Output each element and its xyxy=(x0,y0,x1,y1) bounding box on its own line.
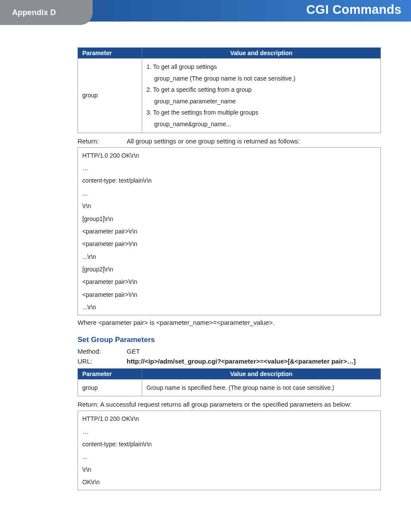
t2-header-param: Parameter xyxy=(78,368,142,379)
code-line: … xyxy=(82,426,376,438)
page-header: Appendix D CGI Commands xyxy=(0,0,411,22)
code-line: … xyxy=(82,162,376,174)
page-title: CGI Commands xyxy=(306,3,402,17)
method-row: Method: GET xyxy=(78,348,381,355)
code-line: content-type: text/plain\r\n xyxy=(82,438,376,451)
table-row: group 1. To get all group settings group… xyxy=(78,59,381,133)
parameter-table-1: Parameter Value and description group 1.… xyxy=(78,47,381,133)
url-label: URL: xyxy=(78,358,127,365)
code-line: ... xyxy=(82,187,376,200)
code-line: ...\r\n xyxy=(82,251,376,263)
parameter-table-2: Parameter Value and description group Gr… xyxy=(78,368,381,397)
response-code-2: HTTP/1.0 200 OK\r\n … content-type: text… xyxy=(78,411,381,490)
t1-value-cell: 1. To get all group settings group_name … xyxy=(142,59,381,133)
method-value: GET xyxy=(127,348,381,355)
return-note-2: Return: A successful request returns all… xyxy=(78,401,381,408)
return-row-1: Return: All group settings or one group … xyxy=(78,137,381,145)
t2-value-cell: Group name is specified here. (The group… xyxy=(142,379,381,396)
code-line: HTTP/1.0 200 OK\r\n xyxy=(82,149,376,162)
code-line: <parameter pair>\r\n xyxy=(82,225,376,238)
code-line: [group1]\r\n xyxy=(82,213,376,225)
appendix-tab: Appendix D xyxy=(0,0,93,25)
t1-v3: 3. To get the settings from multiple gro… xyxy=(146,109,258,116)
table-row: group Group name is specified here. (The… xyxy=(78,379,381,396)
response-code-1: HTTP/1.0 200 OK\r\n … content-type: text… xyxy=(78,147,381,315)
t1-header-param: Parameter xyxy=(78,48,142,59)
code-line: <parameter pair>\r\n xyxy=(82,238,376,250)
code-line: ... xyxy=(82,451,376,463)
code-line: <parameter pair>\r\n xyxy=(82,289,376,301)
parameter-pair-note: Where <parameter pair> is <parameter_nam… xyxy=(78,319,381,326)
t1-header-value: Value and description xyxy=(142,48,381,59)
code-line: OK\r\n xyxy=(82,476,376,488)
url-row: URL: http://<ip>/adm/set_group.cgi?<para… xyxy=(78,358,381,365)
t1-v2: 2. To get a specific setting from a grou… xyxy=(146,86,252,93)
return-text: All group settings or one group setting … xyxy=(127,137,381,145)
method-label: Method: xyxy=(78,348,127,355)
return-label: Return: xyxy=(78,137,127,145)
code-line: ...\r\n xyxy=(82,301,376,314)
code-line: \r\n xyxy=(82,200,376,212)
code-line: <parameter pair>\r\n xyxy=(82,276,376,288)
code-line: [group2]\r\n xyxy=(82,263,376,276)
section-set-group: Set Group Parameters xyxy=(78,336,381,344)
t2-header-value: Value and description xyxy=(142,368,381,379)
code-line: HTTP/1.0 200 OK\r\n xyxy=(82,413,376,425)
code-line: content-type: text/plain\r\n xyxy=(82,174,376,187)
t1-v1: 1. To get all group settings xyxy=(146,63,217,70)
url-value: http://<ip>/adm/set_group.cgi?<parameter… xyxy=(127,358,381,365)
t2-param-cell: group xyxy=(78,379,142,396)
t1-v1a: group_name (The group name is not case s… xyxy=(146,73,296,84)
t1-param-cell: group xyxy=(78,59,142,133)
t1-v3a: group_name&group_name... xyxy=(146,118,231,130)
code-line: \r\n xyxy=(82,464,376,476)
appendix-label: Appendix D xyxy=(12,8,56,17)
t1-v2a: group_name.parameter_name xyxy=(146,96,236,107)
